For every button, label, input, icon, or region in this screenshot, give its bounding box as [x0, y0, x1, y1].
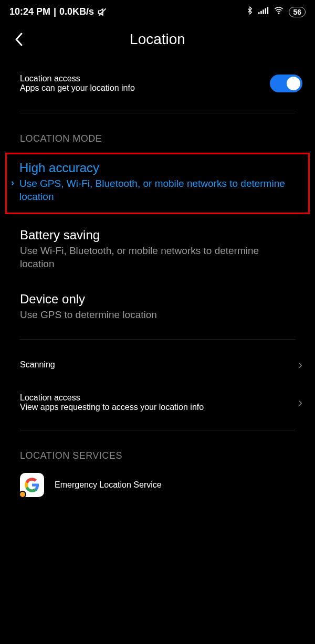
mode-battery-title: Battery saving	[20, 228, 295, 242]
emergency-location-service-row[interactable]: Emergency Location Service	[0, 467, 315, 497]
mode-device-only[interactable]: Device only Use GPS to determine locatio…	[0, 281, 315, 332]
app-access-title: Location access	[20, 393, 204, 403]
svg-rect-1	[258, 12, 260, 14]
divider	[20, 430, 295, 430]
settings-list: Location access Apps can get your locati…	[0, 58, 315, 497]
google-icon	[20, 473, 44, 497]
svg-rect-2	[261, 11, 262, 14]
status-right: 56	[246, 5, 306, 18]
chevron-right-icon: ›	[298, 357, 302, 372]
location-access-title: Location access	[20, 74, 135, 83]
chevron-right-icon: ›	[11, 177, 14, 188]
divider	[20, 113, 295, 113]
mode-battery-saving[interactable]: Battery saving Use Wi-Fi, Bluetooth, or …	[0, 217, 315, 281]
location-access-toggle-row[interactable]: Location access Apps can get your locati…	[0, 58, 315, 105]
app-location-access-row[interactable]: Location access View apps requesting to …	[0, 383, 315, 423]
location-access-text: Location access Apps can get your locati…	[20, 74, 135, 93]
mode-device-title: Device only	[20, 292, 295, 307]
battery-badge: 56	[289, 7, 306, 17]
svg-rect-4	[265, 8, 267, 14]
signal-icon	[258, 6, 269, 17]
app-access-sub: View apps requesting to access your loca…	[20, 403, 204, 412]
location-access-sub: Apps can get your location info	[20, 83, 135, 93]
section-location-services: LOCATION SERVICES	[0, 438, 315, 467]
header: Location	[0, 22, 315, 58]
wifi-icon	[273, 6, 285, 18]
service-title: Emergency Location Service	[55, 480, 162, 490]
mode-high-accuracy[interactable]: › High accuracy Use GPS, Wi-Fi, Bluetoot…	[5, 153, 310, 214]
mode-high-title: High accuracy	[19, 161, 296, 175]
location-access-toggle[interactable]	[270, 75, 302, 92]
mode-device-sub: Use GPS to determine location	[20, 309, 295, 322]
svg-rect-3	[263, 9, 265, 14]
page-title: Location	[0, 31, 315, 48]
mode-battery-sub: Use Wi-Fi, Bluetooth, or mobile networks…	[20, 245, 295, 270]
chevron-right-icon: ›	[298, 395, 302, 410]
status-separator: |	[54, 6, 56, 17]
svg-rect-5	[267, 7, 269, 14]
divider	[20, 339, 295, 340]
section-location-mode: LOCATION MODE	[0, 121, 315, 150]
status-speed: 0.0KB/s	[59, 6, 94, 17]
sync-badge-icon	[19, 491, 26, 498]
mode-high-sub: Use GPS, Wi-Fi, Bluetooth, or mobile net…	[19, 177, 296, 203]
app-access-text: Location access View apps requesting to …	[20, 393, 204, 412]
scanning-row[interactable]: Scanning ›	[0, 347, 315, 383]
mute-icon	[97, 7, 108, 17]
status-bar: 10:24 PM | 0.0KB/s 56	[0, 0, 315, 22]
bluetooth-icon	[246, 5, 254, 18]
back-button[interactable]	[9, 30, 28, 49]
scanning-title: Scanning	[20, 360, 55, 369]
status-left: 10:24 PM | 0.0KB/s	[9, 6, 108, 17]
status-time: 10:24 PM	[9, 6, 50, 17]
svg-point-6	[279, 13, 280, 14]
